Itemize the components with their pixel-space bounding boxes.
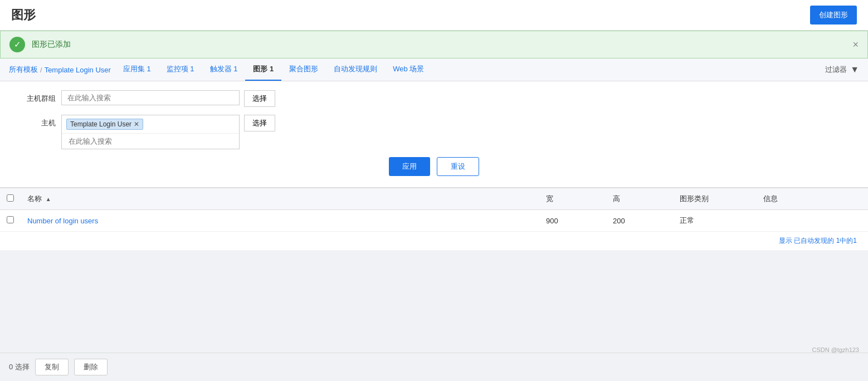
table-container: 名称 ▲ 宽 高 图形类别 信息: [0, 188, 868, 250]
tag-search-row: [62, 133, 239, 149]
col-header-width: 宽: [539, 188, 606, 210]
page-header: 图形 创建图形: [0, 0, 868, 31]
tab-triggers[interactable]: 触发器 1: [202, 58, 246, 81]
breadcrumb-separator: /: [40, 66, 42, 74]
filter-area: 过滤器 ▼: [825, 65, 859, 75]
table-footer: 显示 已自动发现的 1中的1: [0, 232, 868, 250]
notification-message: 图形已添加: [32, 40, 71, 50]
notification-close-button[interactable]: ×: [852, 39, 859, 51]
filter-form: 主机群组 选择 主机 Template Login User ✕ 选择: [0, 81, 868, 188]
host-group-search-input[interactable]: [61, 90, 240, 105]
col-header-height: 高: [606, 188, 673, 210]
col-header-name[interactable]: 名称 ▲: [21, 188, 539, 210]
host-tag: Template Login User ✕: [66, 119, 143, 130]
tab-discovery-rules[interactable]: 自动发现规则: [326, 58, 385, 81]
row-height-cell: 200: [606, 210, 673, 232]
host-group-select-button[interactable]: 选择: [244, 90, 275, 107]
col-header-info: 信息: [757, 188, 868, 210]
host-group-input-group: 选择: [61, 90, 857, 107]
filter-label: 过滤器: [825, 65, 847, 75]
notification-icon: ✓: [9, 37, 25, 52]
table-row: Number of login users 900 200 正常: [0, 210, 868, 232]
nav-bar: 所有模板 / Template Login User 应用集 1 监控项 1 触…: [0, 58, 868, 81]
host-search-input[interactable]: [66, 136, 235, 146]
form-actions: 应用 重设: [11, 157, 857, 176]
col-header-type: 图形类别: [673, 188, 757, 210]
sort-asc-icon: ▲: [46, 196, 51, 202]
footer-count-text: 显示 已自动发现的 1中的1: [779, 237, 857, 245]
select-all-header: [0, 188, 21, 210]
page-title: 图形: [11, 7, 36, 23]
tab-graphs[interactable]: 图形 1: [245, 58, 281, 81]
breadcrumb-all-templates[interactable]: 所有模板: [9, 65, 38, 75]
notification-banner: ✓ 图形已添加 ×: [0, 31, 868, 58]
select-all-checkbox[interactable]: [7, 194, 14, 202]
apply-button[interactable]: 应用: [389, 157, 430, 176]
filter-icon[interactable]: ▼: [850, 65, 859, 75]
tab-monitor-items[interactable]: 监控项 1: [159, 58, 202, 81]
nav-tabs: 应用集 1 监控项 1 触发器 1 图形 1 聚合图形 自动发现规则 Web 场…: [115, 58, 432, 81]
row-width-cell: 900: [539, 210, 606, 232]
breadcrumb-current[interactable]: Template Login User: [45, 66, 111, 74]
host-select-button[interactable]: 选择: [244, 115, 275, 131]
tab-web-scenarios[interactable]: Web 场景: [385, 58, 432, 81]
tab-aggregate-graphs[interactable]: 聚合图形: [281, 58, 326, 81]
reset-button[interactable]: 重设: [437, 157, 479, 176]
host-tag-text: Template Login User: [70, 120, 131, 128]
create-graph-button[interactable]: 创建图形: [810, 6, 857, 25]
row-type-cell: 正常: [673, 210, 757, 232]
host-tag-input[interactable]: Template Login User ✕: [61, 115, 240, 149]
row-checkbox-cell: [0, 210, 21, 232]
host-group-row: 主机群组 选择: [11, 90, 857, 107]
graph-name-link[interactable]: Number of login users: [27, 217, 98, 225]
tag-row: Template Login User ✕: [62, 115, 239, 133]
table-header-row: 名称 ▲ 宽 高 图形类别 信息: [0, 188, 868, 210]
host-row: 主机 Template Login User ✕ 选择: [11, 115, 857, 149]
host-tag-remove[interactable]: ✕: [134, 120, 139, 128]
host-group-label: 主机群组: [11, 90, 56, 104]
row-info-cell: [757, 210, 868, 232]
row-name-cell: Number of login users: [21, 210, 539, 232]
row-checkbox[interactable]: [7, 216, 14, 223]
host-label: 主机: [11, 115, 56, 128]
breadcrumb: 所有模板 / Template Login User: [9, 59, 111, 80]
host-input-group: Template Login User ✕ 选择: [61, 115, 857, 149]
tab-app-sets[interactable]: 应用集 1: [115, 58, 159, 81]
graphs-table: 名称 ▲ 宽 高 图形类别 信息: [0, 188, 868, 232]
